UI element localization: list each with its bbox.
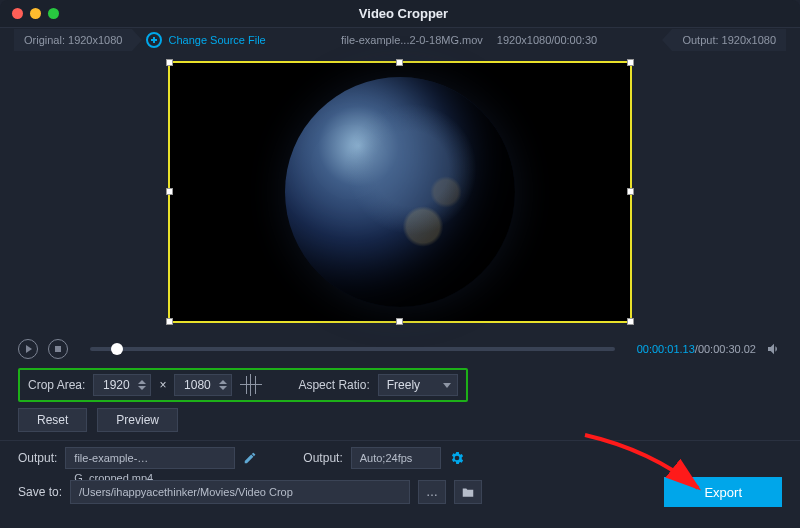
transport-bar: 00:00:01.13/00:00:30.02 bbox=[0, 332, 800, 366]
reset-button[interactable]: Reset bbox=[18, 408, 87, 432]
crop-handle-bl[interactable] bbox=[166, 318, 173, 325]
crop-handle-mr[interactable] bbox=[627, 188, 634, 195]
titlebar: Video Cropper bbox=[0, 0, 800, 28]
height-step-down[interactable] bbox=[219, 386, 227, 390]
stop-button[interactable] bbox=[48, 339, 68, 359]
source-filename: file-example...2-0-18MG.mov bbox=[341, 34, 483, 46]
export-button[interactable]: Export bbox=[664, 477, 782, 507]
stop-icon bbox=[55, 346, 61, 352]
maximize-icon[interactable] bbox=[48, 8, 59, 19]
output-format-field: Auto;24fps bbox=[351, 447, 441, 469]
open-folder-button[interactable] bbox=[454, 480, 482, 504]
crop-handle-bm[interactable] bbox=[396, 318, 403, 325]
crop-width-input[interactable] bbox=[98, 378, 134, 392]
original-size-label: Original: 1920x1080 bbox=[14, 29, 132, 51]
plus-circle-icon bbox=[146, 32, 162, 48]
crop-area-label: Crop Area: bbox=[28, 378, 85, 392]
volume-icon[interactable] bbox=[766, 341, 782, 357]
aspect-ratio-select[interactable]: Freely bbox=[378, 374, 458, 396]
play-icon bbox=[26, 345, 32, 353]
crop-height-field[interactable] bbox=[174, 374, 232, 396]
crop-settings-highlight: Crop Area: × Aspect Ratio: Freely bbox=[18, 368, 468, 402]
close-icon[interactable] bbox=[12, 8, 23, 19]
center-crop-icon[interactable] bbox=[240, 374, 262, 396]
folder-icon bbox=[461, 486, 475, 498]
output-settings-icon[interactable] bbox=[449, 450, 465, 466]
crop-handle-tl[interactable] bbox=[166, 59, 173, 66]
times-label: × bbox=[159, 378, 166, 392]
timecode: 00:00:01.13/00:00:30.02 bbox=[637, 343, 756, 355]
video-content bbox=[285, 77, 515, 307]
crop-handle-ml[interactable] bbox=[166, 188, 173, 195]
total-time: 00:00:30.02 bbox=[698, 343, 756, 355]
preview-button[interactable]: Preview bbox=[97, 408, 178, 432]
edit-filename-icon[interactable] bbox=[243, 451, 257, 465]
aspect-ratio-label: Aspect Ratio: bbox=[298, 378, 369, 392]
width-step-down[interactable] bbox=[138, 386, 146, 390]
change-source-label: Change Source File bbox=[168, 34, 265, 46]
output-size-label: Output: 1920x1080 bbox=[672, 29, 786, 51]
crop-handle-br[interactable] bbox=[627, 318, 634, 325]
video-preview-area bbox=[0, 52, 800, 332]
output-format-label: Output: bbox=[303, 451, 342, 465]
window-title: Video Cropper bbox=[59, 6, 800, 21]
change-source-button[interactable]: Change Source File bbox=[146, 32, 265, 48]
crop-handle-tr[interactable] bbox=[627, 59, 634, 66]
crop-frame[interactable] bbox=[168, 61, 632, 323]
output-filename-field: file-example-…G_cropped.mp4 bbox=[65, 447, 235, 469]
crop-handle-tm[interactable] bbox=[396, 59, 403, 66]
save-to-label: Save to: bbox=[18, 485, 62, 499]
output-filename-label: Output: bbox=[18, 451, 57, 465]
height-step-up[interactable] bbox=[219, 380, 227, 384]
output-row: Output: file-example-…G_cropped.mp4 Outp… bbox=[0, 445, 800, 471]
source-resolution-time: 1920x1080/00:00:30 bbox=[497, 34, 597, 46]
timeline-slider[interactable] bbox=[90, 347, 615, 351]
info-bar: Original: 1920x1080 Change Source File f… bbox=[0, 28, 800, 52]
width-step-up[interactable] bbox=[138, 380, 146, 384]
divider bbox=[0, 440, 800, 441]
crop-width-field[interactable] bbox=[93, 374, 151, 396]
minimize-icon[interactable] bbox=[30, 8, 41, 19]
window-controls bbox=[0, 8, 59, 19]
crop-height-input[interactable] bbox=[179, 378, 215, 392]
play-button[interactable] bbox=[18, 339, 38, 359]
action-buttons-row: Reset Preview bbox=[0, 404, 800, 436]
current-time: 00:00:01.13 bbox=[637, 343, 695, 355]
browse-path-button[interactable]: … bbox=[418, 480, 446, 504]
timeline-knob[interactable] bbox=[111, 343, 123, 355]
save-path-field: /Users/ihappyacethinker/Movies/Video Cro… bbox=[70, 480, 410, 504]
crop-settings-row: Crop Area: × Aspect Ratio: Freely bbox=[0, 366, 800, 404]
